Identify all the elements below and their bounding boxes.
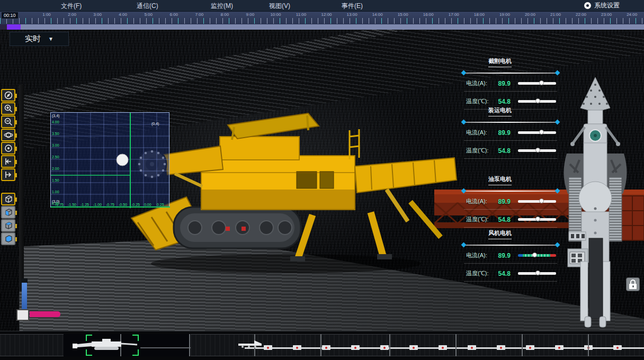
hourlabel: 2:00 [68, 12, 76, 17]
motor-panel-fan: 风机电机 电流(A): 89.9 温度(℃): 54.8 [464, 229, 557, 282]
hourlabel: 13:00 [347, 12, 357, 17]
x-axis-bar [30, 311, 60, 317]
glabel: 0.25 [157, 203, 164, 206]
hourlabel: 10:00 [270, 12, 281, 17]
belt-support [322, 345, 330, 350]
current-slider[interactable] [518, 200, 556, 203]
slider-thumb[interactable] [539, 80, 544, 85]
menu-event[interactable]: 事件(E) [342, 2, 363, 11]
hourlabel: 16:00 [423, 12, 434, 17]
current-row: 电流(A): 89.9 [464, 251, 557, 264]
tunnel-minimap-strip[interactable] [0, 331, 644, 360]
belt-support [380, 345, 389, 350]
view-lock-button[interactable] [626, 277, 640, 291]
belt-support [526, 345, 534, 350]
glabel: 2.50 [52, 155, 59, 159]
slider-thumb[interactable] [535, 148, 540, 152]
glabel: -1.50 [68, 203, 76, 206]
current-value: 89.9 [498, 129, 515, 137]
minimap-divider [522, 334, 523, 356]
slider-thumb[interactable] [532, 253, 537, 257]
menu-monitor[interactable]: 监控(M) [211, 2, 233, 11]
system-settings-button[interactable]: 系统设置 [584, 1, 620, 10]
zoom-out-icon [4, 117, 13, 127]
cube-solid-view-button[interactable] [1, 232, 15, 245]
leader-line [464, 122, 557, 123]
cube-wireframe-view-button[interactable] [1, 193, 15, 205]
compass-tool-button[interactable] [1, 89, 15, 102]
menu-file[interactable]: 文件(F) [61, 2, 82, 11]
selection-bracket [86, 335, 92, 341]
cutting-head-position-ball [117, 154, 128, 166]
current-row: 电流(A): 89.9 [464, 79, 557, 92]
belt-support [409, 345, 418, 350]
minimap-belt-tail-marker [238, 340, 263, 348]
gear-icon [584, 2, 591, 9]
panel-title: 截割电机 [488, 57, 512, 67]
y-axis-bar [22, 283, 27, 310]
hourlabel: 11:00 [296, 12, 306, 17]
temp-slider[interactable] [518, 149, 556, 152]
zoom-in-button[interactable] [1, 102, 15, 115]
temp-label: 温度(℃): [466, 147, 495, 155]
settings-label: 系统设置 [594, 1, 620, 10]
timeline-scrollbar[interactable] [0, 24, 644, 30]
orbit-tool-button[interactable] [1, 129, 15, 141]
ruler-ticks [0, 18, 644, 24]
glabel: -0.75 [106, 203, 114, 206]
slider-thumb[interactable] [535, 271, 540, 275]
zoom-in-icon [4, 104, 13, 113]
temp-slider[interactable] [518, 218, 556, 221]
slider-thumb[interactable] [535, 98, 540, 103]
current-gauge-slider[interactable] [518, 254, 556, 257]
minimap-belt-faint [140, 347, 191, 348]
minimap-divider [389, 334, 390, 356]
minimap-divider [455, 334, 457, 356]
align-back-button[interactable] [1, 155, 15, 168]
current-slider[interactable] [518, 131, 556, 134]
temp-slider[interactable] [518, 272, 556, 275]
minimap-divider [189, 334, 190, 356]
slider-thumb[interactable] [535, 217, 540, 221]
hourlabel: 1:00 [42, 12, 51, 17]
realtime-mode-dropdown[interactable]: 实时 ▼ [10, 32, 69, 46]
current-slider[interactable] [518, 82, 556, 85]
slider-thumb[interactable] [539, 199, 544, 203]
grid-corner-label: (3,4) [52, 114, 59, 118]
scrollbar-cap [0, 24, 7, 30]
temp-slider[interactable] [518, 100, 556, 103]
current-label: 电流(A): [466, 197, 495, 205]
chevron-down-icon: ▼ [48, 36, 53, 42]
zoom-out-button[interactable] [1, 115, 15, 128]
hourlabel: 14:00 [372, 12, 383, 17]
belt-support [613, 345, 622, 350]
tunnel-wall-edge [19, 85, 24, 291]
hourlabel: 15:00 [398, 12, 408, 17]
motor-panel-loading: 装运电机 电流(A): 89.9 温度(℃): 54.8 [464, 106, 557, 159]
temp-row: 温度(℃): 54.8 [464, 147, 557, 159]
cube-top-view-button[interactable] [1, 219, 15, 232]
hourlabel: 23:00 [601, 12, 612, 17]
slider-thumb[interactable] [539, 130, 544, 134]
align-front-button[interactable] [1, 168, 15, 181]
glabel: -1.25 [80, 203, 89, 206]
timeline-ruler[interactable]: 1:002:003:004:005:006:007:008:009:0010:0… [0, 12, 644, 24]
current-label: 电流(A): [466, 79, 495, 87]
glabel: -1.75 [55, 203, 64, 206]
menu-view[interactable]: 视图(V) [269, 2, 290, 11]
roadheader-3d-model[interactable] [122, 109, 466, 284]
hourlabel: 17:00 [449, 12, 459, 17]
minimap-roadheader-marker[interactable] [70, 338, 139, 354]
view-toolbar [1, 89, 17, 246]
glabel: 1.50 [52, 178, 59, 182]
cube-front-view-button[interactable] [1, 206, 15, 219]
hourlabel: 4:00 [119, 12, 127, 17]
glabel: 4.00 [52, 120, 59, 124]
scrollbar-thumb[interactable] [7, 24, 21, 30]
glabel: 1.00 [52, 190, 59, 194]
align-back-icon [4, 157, 13, 166]
glabel: -0.25 [131, 203, 140, 206]
menu-communication[interactable]: 通信(C) [137, 2, 158, 11]
temp-value: 54.8 [498, 216, 515, 223]
orbit-center-button[interactable] [1, 142, 15, 155]
